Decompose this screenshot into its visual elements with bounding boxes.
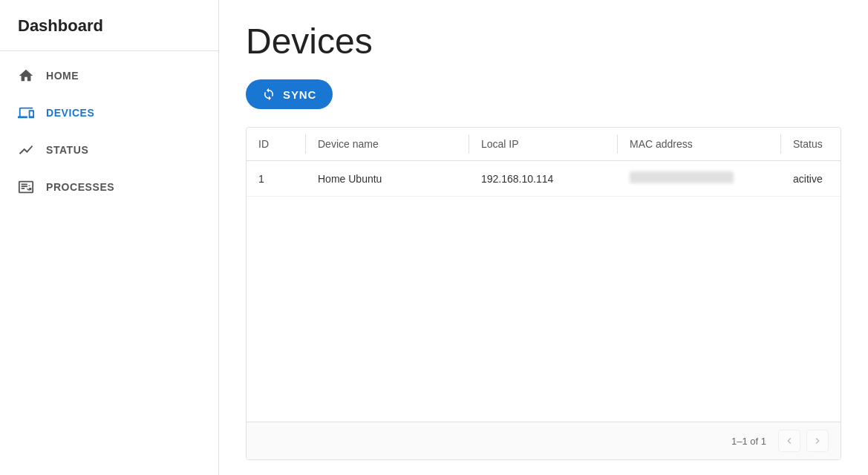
pagination-next-button[interactable] (806, 430, 829, 452)
table-spacer (247, 197, 841, 422)
col-header-mac-address: MAC address (618, 128, 781, 161)
cell-device-name: Home Ubuntu (306, 161, 469, 197)
cell-id: 1 (247, 161, 306, 197)
page-title: Devices (246, 21, 841, 62)
home-icon (18, 68, 34, 84)
pagination-info: 1–1 of 1 (731, 436, 766, 447)
col-header-device-name: Device name (306, 128, 469, 161)
sidebar-item-processes-label: PROCESSES (46, 181, 114, 193)
sidebar: Dashboard HOME DEVICES (0, 0, 219, 475)
cell-local-ip: 192.168.10.114 (469, 161, 618, 197)
cell-mac-address (618, 161, 781, 197)
table-header-row: ID Device name Local IP MAC address Stat… (247, 128, 841, 161)
sidebar-item-home[interactable]: HOME (0, 57, 218, 94)
processes-icon (18, 179, 34, 195)
sidebar-item-devices-label: DEVICES (46, 107, 94, 119)
devices-table-container: ID Device name Local IP MAC address Stat… (246, 127, 841, 460)
sidebar-nav: HOME DEVICES STATUS (0, 51, 218, 206)
sync-button[interactable]: SYNC (246, 79, 333, 109)
sidebar-item-home-label: HOME (46, 70, 79, 82)
table-footer: 1–1 of 1 (247, 422, 841, 459)
devices-table: ID Device name Local IP MAC address Stat… (247, 128, 841, 197)
sidebar-item-status[interactable]: STATUS (0, 131, 218, 168)
col-header-status: Status (781, 128, 841, 161)
sidebar-item-devices[interactable]: DEVICES (0, 94, 218, 131)
status-icon (18, 142, 34, 158)
sync-icon (262, 87, 277, 102)
devices-icon (18, 105, 34, 121)
pagination-prev-button[interactable] (778, 430, 800, 452)
mac-address-redacted (630, 171, 734, 183)
table-row: 1 Home Ubuntu 192.168.10.114 acitive (247, 161, 841, 197)
sync-button-label: SYNC (283, 88, 316, 101)
col-header-local-ip: Local IP (469, 128, 618, 161)
sidebar-item-status-label: STATUS (46, 144, 88, 156)
cell-status: acitive (781, 161, 841, 197)
main-content: Devices SYNC ID Device name Local IP MAC… (219, 0, 868, 475)
col-header-id: ID (247, 128, 306, 161)
sidebar-title: Dashboard (0, 0, 218, 51)
sidebar-item-processes[interactable]: PROCESSES (0, 168, 218, 206)
